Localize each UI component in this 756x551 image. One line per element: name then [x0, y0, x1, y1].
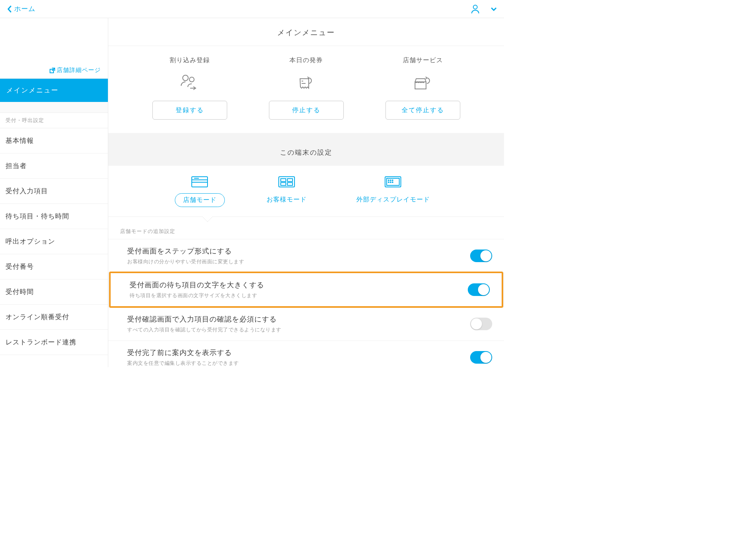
topbar: ホーム [0, 0, 504, 18]
svg-point-21 [392, 180, 393, 181]
tab-label: 店舗モード [175, 193, 225, 207]
stop-all-button[interactable]: 全て停止する [385, 101, 460, 120]
setting-row-confirm-required: 受付確認画面で入力項目の確認を必須にする すべての入力項目を確認してから受付完了… [108, 307, 504, 340]
sidebar-item[interactable]: 担当者 [0, 153, 108, 179]
menu-card-interrupt: 割り込み登録 登録する [148, 56, 231, 120]
toggle-confirm-required[interactable] [470, 318, 492, 330]
menu-card-label: 割り込み登録 [170, 56, 210, 65]
svg-point-22 [388, 182, 389, 183]
svg-rect-15 [281, 183, 286, 185]
svg-point-24 [392, 182, 393, 183]
sidebar-item[interactable]: 基本情報 [0, 128, 108, 153]
sidebar-item[interactable]: 受付時間 [0, 279, 108, 305]
sidebar-item[interactable]: 待ち項目・待ち時間 [0, 204, 108, 229]
chevron-down-icon[interactable] [491, 7, 497, 11]
toggle-step-form[interactable] [470, 250, 492, 262]
svg-point-19 [388, 180, 389, 181]
topbar-right [471, 4, 497, 14]
sidebar-item-main-menu[interactable]: メインメニュー [0, 79, 108, 102]
setting-desc: 案内文を任意で編集し表示することができます [127, 360, 470, 367]
main-content: メインメニュー 割り込み登録 登録する 本日の発券 停止する 店舗サービス 全て… [108, 18, 504, 367]
sidebar-item[interactable]: 呼出オプション [0, 229, 108, 254]
menu-card-ticket: 本日の発券 停止する [265, 56, 348, 120]
svg-rect-14 [287, 179, 293, 181]
setting-row-show-guide: 受付完了前に案内文を表示する 案内文を任意で編集し表示することができます [108, 340, 504, 367]
user-icon[interactable] [471, 4, 480, 14]
external-link-icon [50, 68, 55, 73]
sidebar-item[interactable]: 受付番号 [0, 254, 108, 279]
setting-title: 受付画面をステップ形式にする [127, 246, 470, 256]
setting-title: 受付完了前に案内文を表示する [127, 348, 470, 357]
setting-title: 受付画面の待ち項目の文字を大きくする [130, 280, 468, 290]
svg-rect-13 [281, 179, 286, 181]
tab-customer-mode[interactable]: お客様モード [259, 176, 315, 216]
store-detail-label: 店舗詳細ページ [57, 67, 101, 74]
menu-card-service: 店舗サービス 全て停止する [382, 56, 464, 120]
svg-rect-16 [287, 183, 293, 185]
register-button[interactable]: 登録する [152, 101, 227, 120]
sidebar-section-label: 受付・呼出設定 [0, 113, 108, 128]
store-detail-link[interactable]: 店舗詳細ページ [0, 62, 108, 79]
main-menu-panel: メインメニュー 割り込み登録 登録する 本日の発券 停止する 店舗サービス 全て… [108, 18, 504, 133]
main-menu-title: メインメニュー [108, 18, 504, 46]
stop-button[interactable]: 停止する [269, 101, 344, 120]
chevron-left-icon [7, 5, 12, 13]
menu-card-label: 店舗サービス [403, 56, 443, 65]
tab-label: 外部ディスプレイモード [348, 193, 438, 206]
sidebar-item[interactable]: 受付入力項目 [0, 179, 108, 204]
svg-point-4 [189, 77, 194, 82]
svg-point-3 [183, 75, 188, 81]
tab-store-mode[interactable]: 店舗モード [175, 176, 225, 216]
sidebar: 店舗詳細ページ メインメニュー 受付・呼出設定 基本情報 担当者 受付入力項目 … [0, 18, 108, 367]
back-button[interactable]: ホーム [7, 4, 35, 13]
setting-row-step-form: 受付画面をステップ形式にする お客様向けの分かりやすい受付画面に変更します [108, 239, 504, 272]
svg-point-23 [390, 182, 391, 183]
setting-desc: 待ち項目を選択する画面の文字サイズを大きくします [130, 292, 468, 299]
store-mode-sub-label: 店舗モードの追加設定 [108, 217, 504, 239]
store-refresh-icon [413, 74, 433, 91]
back-label: ホーム [14, 4, 35, 13]
setting-title: 受付確認画面で入力項目の確認を必須にする [127, 314, 470, 324]
sidebar-item[interactable]: レストランボード連携 [0, 330, 108, 355]
customer-mode-icon [278, 176, 295, 188]
store-mode-icon [191, 176, 208, 188]
tab-external-display-mode[interactable]: 外部ディスプレイモード [348, 176, 438, 216]
terminal-settings-title: この端末の設定 [108, 144, 504, 166]
setting-row-large-text: 受付画面の待ち項目の文字を大きくする 待ち項目を選択する画面の文字サイズを大きく… [109, 272, 503, 308]
toggle-large-text[interactable] [468, 283, 490, 296]
ticket-refresh-icon [297, 74, 316, 91]
setting-desc: お客様向けの分かりやすい受付画面に変更します [127, 258, 470, 265]
setting-desc: すべての入力項目を確認してから受付完了できるようになります [127, 326, 470, 333]
tab-label: お客様モード [259, 193, 315, 206]
svg-point-0 [473, 5, 477, 9]
mode-tabs: 店舗モード お客様モード 外部ディスプレイモード [108, 166, 504, 217]
toggle-show-guide[interactable] [470, 351, 492, 364]
people-swap-icon [180, 74, 200, 91]
svg-point-20 [390, 180, 391, 181]
menu-card-label: 本日の発券 [289, 56, 323, 65]
sidebar-item[interactable]: オンライン順番受付 [0, 305, 108, 330]
external-display-icon [384, 176, 402, 188]
